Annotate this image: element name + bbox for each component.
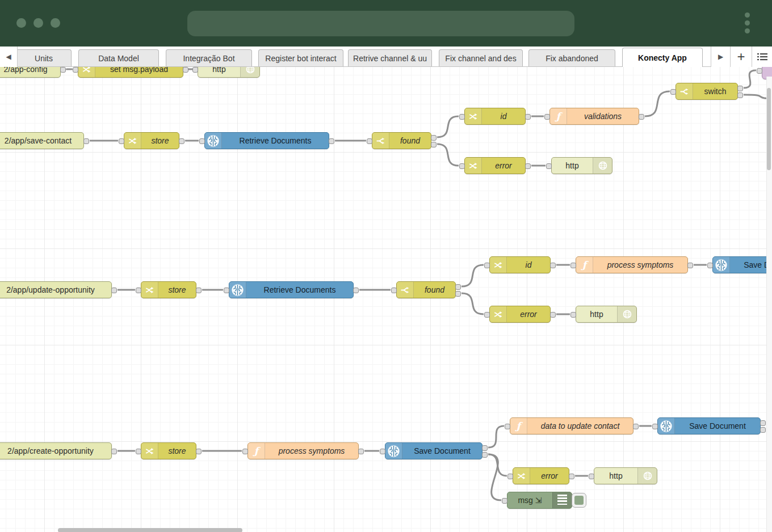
node-function-process-symptoms[interactable]: ƒprocess symptoms	[247, 442, 359, 459]
node-input-port[interactable]	[570, 312, 576, 318]
node-input-port[interactable]	[544, 114, 550, 120]
node-input-port[interactable]	[652, 424, 658, 429]
node-input-port[interactable]	[119, 138, 124, 144]
tab-integra-o-bot[interactable]: Integração Bot	[166, 49, 252, 66]
node-http-in-2-app-config[interactable]: 2/app-config	[0, 67, 61, 78]
node-change-error[interactable]: error	[489, 306, 551, 323]
node-output-port[interactable]	[525, 114, 531, 120]
node-output-port[interactable]	[482, 452, 488, 458]
node-input-port[interactable]	[459, 163, 465, 169]
node-output-port[interactable]	[329, 138, 334, 144]
node-http-res-http[interactable]: http	[576, 306, 637, 323]
node-switch-switch[interactable]: switch	[676, 83, 738, 100]
node-http-in-2-app-save-contact[interactable]: 2/app/save-contact	[0, 132, 84, 149]
node-output-port[interactable]	[183, 67, 188, 73]
flow-canvas[interactable]: 2/app-configset msg.payloadhttp2/app/sav…	[0, 67, 772, 532]
node-output-port[interactable]	[431, 142, 437, 147]
node-input-port[interactable]	[502, 498, 507, 504]
flow-list-button[interactable]	[752, 47, 772, 67]
node-change-store[interactable]: store	[141, 281, 196, 298]
node-output-port[interactable]	[550, 312, 556, 318]
wire[interactable]	[488, 454, 501, 500]
node-change-id[interactable]: id	[489, 256, 551, 273]
node-input-port[interactable]	[380, 449, 385, 454]
node-input-port[interactable]	[192, 67, 198, 73]
node-output-port[interactable]	[737, 86, 743, 91]
node-output-port[interactable]	[633, 424, 639, 429]
node-output-port[interactable]	[639, 114, 644, 120]
node-output-port[interactable]	[482, 445, 488, 451]
node-http-in-2-app-create-opportunity[interactable]: 2/app/create-opportunity	[0, 442, 112, 459]
node-input-port[interactable]	[570, 263, 576, 268]
browser-menu-icon[interactable]	[745, 20, 750, 26]
node-input-port[interactable]	[73, 67, 78, 73]
node-input-port[interactable]	[484, 263, 490, 268]
tab-fix-abandoned[interactable]: Fix abandoned	[528, 49, 615, 66]
wire[interactable]	[488, 426, 504, 447]
window-close-button[interactable]	[16, 18, 26, 28]
node-input-port[interactable]	[224, 288, 229, 293]
window-zoom-button[interactable]	[51, 18, 60, 28]
tab-konecty-app[interactable]: Konecty App	[622, 48, 703, 67]
debug-toggle-button[interactable]	[572, 493, 586, 508]
node-function-process-symptoms[interactable]: ƒprocess symptoms	[576, 256, 688, 273]
node-output-port[interactable]	[196, 449, 202, 454]
node-input-port[interactable]	[589, 474, 594, 479]
wire[interactable]	[437, 144, 459, 166]
node-input-port[interactable]	[199, 138, 205, 144]
wire[interactable]	[645, 91, 670, 116]
node-doc-retrieve-documents[interactable]: Retrieve Documents	[204, 132, 329, 149]
node-output-port[interactable]	[111, 449, 117, 454]
node-output-port[interactable]	[760, 427, 766, 433]
tab-retrive-channel-uu[interactable]: Retrive channel & uu	[348, 49, 432, 66]
wire[interactable]	[461, 293, 484, 314]
node-doc-save-document[interactable]: Save Document	[657, 417, 761, 434]
node-input-port[interactable]	[136, 449, 141, 454]
node-output-port[interactable]	[737, 92, 743, 98]
node-output-port[interactable]	[431, 135, 437, 141]
tab-register-bot-interact[interactable]: Register bot interact	[258, 49, 343, 66]
node-input-port[interactable]	[757, 68, 762, 74]
node-output-port[interactable]	[760, 420, 766, 426]
address-bar[interactable]	[187, 11, 574, 36]
tab-units[interactable]: Units	[16, 49, 72, 66]
node-input-port[interactable]	[546, 163, 552, 169]
node-http-res-http[interactable]: http	[551, 157, 612, 174]
node-http-res-http[interactable]: http	[198, 67, 260, 78]
tab-fix-channel-and-des[interactable]: Fix channel and des	[439, 49, 523, 66]
node-output-port[interactable]	[569, 474, 574, 479]
node-output-port[interactable]	[455, 291, 461, 297]
node-change-error[interactable]: error	[513, 467, 569, 484]
node-input-port[interactable]	[507, 474, 513, 479]
browser-menu-icon[interactable]	[745, 28, 750, 33]
node-change-store[interactable]: store	[141, 442, 196, 459]
node-http-in-2-app-update-opportunity[interactable]: 2/app/update-opportunity	[0, 281, 112, 298]
node-input-port[interactable]	[707, 263, 713, 268]
horizontal-scrollbar-thumb[interactable]	[58, 528, 242, 532]
node-change-id[interactable]: id	[464, 108, 526, 125]
node-change-set-msg-payload[interactable]: set msg.payload	[78, 67, 183, 78]
node-change-store[interactable]: store	[124, 132, 179, 149]
node-debug-msg[interactable]: msg ⇲	[507, 492, 572, 509]
node-input-port[interactable]	[670, 89, 676, 95]
node-http-res-http[interactable]: http	[594, 467, 657, 484]
tab-scroll-left-button[interactable]: ◀	[0, 47, 18, 67]
wire[interactable]	[437, 116, 459, 137]
vertical-scrollbar-thumb[interactable]	[767, 88, 771, 170]
node-output-port[interactable]	[687, 263, 693, 268]
node-output-port[interactable]	[83, 138, 89, 144]
node-output-port[interactable]	[358, 449, 364, 454]
node-function-data-to-update-contact[interactable]: ƒdata to update contact	[510, 417, 633, 434]
node-output-port[interactable]	[353, 288, 359, 293]
node-input-port[interactable]	[505, 424, 510, 429]
node-switch-found[interactable]: found	[372, 132, 431, 149]
node-doc-retrieve-documents[interactable]: Retrieve Documents	[229, 281, 354, 298]
node-switch-found[interactable]: found	[396, 281, 456, 298]
tab-data-model[interactable]: Data Model	[78, 49, 159, 66]
node-input-port[interactable]	[391, 288, 397, 293]
node-output-port[interactable]	[455, 284, 461, 290]
node-function-validations[interactable]: ƒvalidations	[549, 108, 639, 125]
node-output-port[interactable]	[179, 138, 184, 144]
node-output-port[interactable]	[196, 288, 202, 293]
node-doc-save-document[interactable]: Save Document	[712, 256, 772, 273]
